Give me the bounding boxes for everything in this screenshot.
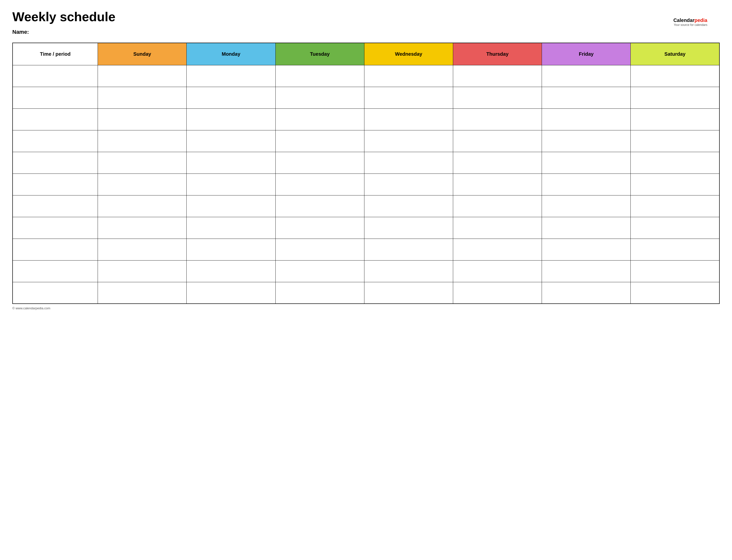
name-label: Name:	[12, 29, 720, 35]
cell-friday-7[interactable]	[542, 217, 631, 239]
cell-monday-5[interactable]	[187, 174, 275, 195]
cell-wednesday-7[interactable]	[364, 217, 453, 239]
cell-sunday-4[interactable]	[98, 152, 187, 174]
cell-sunday-7[interactable]	[98, 217, 187, 239]
cell-wednesday-8[interactable]	[364, 239, 453, 260]
cell-friday-9[interactable]	[542, 260, 631, 282]
logo: Calendarpedia Your source for calendars	[673, 17, 707, 27]
cell-thursday-9[interactable]	[453, 260, 542, 282]
cell-monday-7[interactable]	[187, 217, 275, 239]
cell-sunday-3[interactable]	[98, 130, 187, 152]
cell-friday-4[interactable]	[542, 152, 631, 174]
cell-saturday-4[interactable]	[631, 152, 719, 174]
cell-monday-8[interactable]	[187, 239, 275, 260]
cell-monday-10[interactable]	[187, 282, 275, 304]
cell-saturday-9[interactable]	[631, 260, 719, 282]
cell-wednesday-4[interactable]	[364, 152, 453, 174]
cell-wednesday-5[interactable]	[364, 174, 453, 195]
cell-thursday-10[interactable]	[453, 282, 542, 304]
cell-time-0[interactable]	[13, 65, 98, 87]
cell-thursday-6[interactable]	[453, 195, 542, 217]
cell-saturday-7[interactable]	[631, 217, 719, 239]
col-header-sunday: Sunday	[98, 43, 187, 65]
page-title: Weekly schedule	[12, 10, 720, 24]
cell-saturday-2[interactable]	[631, 108, 719, 130]
cell-tuesday-0[interactable]	[275, 65, 364, 87]
cell-monday-4[interactable]	[187, 152, 275, 174]
cell-tuesday-8[interactable]	[275, 239, 364, 260]
cell-time-9[interactable]	[13, 260, 98, 282]
cell-friday-5[interactable]	[542, 174, 631, 195]
cell-sunday-2[interactable]	[98, 108, 187, 130]
cell-time-8[interactable]	[13, 239, 98, 260]
cell-monday-2[interactable]	[187, 108, 275, 130]
cell-friday-0[interactable]	[542, 65, 631, 87]
table-row	[13, 195, 719, 217]
cell-thursday-7[interactable]	[453, 217, 542, 239]
cell-sunday-8[interactable]	[98, 239, 187, 260]
cell-monday-3[interactable]	[187, 130, 275, 152]
cell-time-1[interactable]	[13, 87, 98, 108]
cell-time-5[interactable]	[13, 174, 98, 195]
cell-wednesday-2[interactable]	[364, 108, 453, 130]
cell-thursday-0[interactable]	[453, 65, 542, 87]
cell-saturday-10[interactable]	[631, 282, 719, 304]
cell-saturday-3[interactable]	[631, 130, 719, 152]
cell-wednesday-0[interactable]	[364, 65, 453, 87]
cell-tuesday-1[interactable]	[275, 87, 364, 108]
cell-tuesday-4[interactable]	[275, 152, 364, 174]
cell-tuesday-9[interactable]	[275, 260, 364, 282]
cell-friday-3[interactable]	[542, 130, 631, 152]
cell-tuesday-3[interactable]	[275, 130, 364, 152]
cell-friday-6[interactable]	[542, 195, 631, 217]
cell-thursday-4[interactable]	[453, 152, 542, 174]
cell-sunday-9[interactable]	[98, 260, 187, 282]
cell-friday-1[interactable]	[542, 87, 631, 108]
cell-thursday-1[interactable]	[453, 87, 542, 108]
cell-saturday-8[interactable]	[631, 239, 719, 260]
cell-friday-2[interactable]	[542, 108, 631, 130]
cell-wednesday-9[interactable]	[364, 260, 453, 282]
cell-time-10[interactable]	[13, 282, 98, 304]
cell-saturday-6[interactable]	[631, 195, 719, 217]
cell-monday-9[interactable]	[187, 260, 275, 282]
cell-monday-1[interactable]	[187, 87, 275, 108]
cell-monday-0[interactable]	[187, 65, 275, 87]
cell-tuesday-6[interactable]	[275, 195, 364, 217]
cell-time-7[interactable]	[13, 217, 98, 239]
cell-tuesday-5[interactable]	[275, 174, 364, 195]
cell-time-4[interactable]	[13, 152, 98, 174]
cell-sunday-10[interactable]	[98, 282, 187, 304]
cell-time-3[interactable]	[13, 130, 98, 152]
cell-thursday-8[interactable]	[453, 239, 542, 260]
cell-tuesday-2[interactable]	[275, 108, 364, 130]
cell-sunday-6[interactable]	[98, 195, 187, 217]
cell-friday-8[interactable]	[542, 239, 631, 260]
cell-friday-10[interactable]	[542, 282, 631, 304]
cell-tuesday-7[interactable]	[275, 217, 364, 239]
cell-tuesday-10[interactable]	[275, 282, 364, 304]
footer-url: © www.calendarpedia.com	[12, 306, 720, 310]
cell-saturday-1[interactable]	[631, 87, 719, 108]
cell-wednesday-6[interactable]	[364, 195, 453, 217]
table-row	[13, 282, 719, 304]
cell-sunday-0[interactable]	[98, 65, 187, 87]
cell-thursday-3[interactable]	[453, 130, 542, 152]
col-header-time: Time / period	[13, 43, 98, 65]
cell-saturday-5[interactable]	[631, 174, 719, 195]
cell-time-6[interactable]	[13, 195, 98, 217]
cell-sunday-5[interactable]	[98, 174, 187, 195]
cell-wednesday-1[interactable]	[364, 87, 453, 108]
cell-thursday-5[interactable]	[453, 174, 542, 195]
cell-monday-6[interactable]	[187, 195, 275, 217]
logo-pedia: pedia	[695, 17, 707, 23]
cell-thursday-2[interactable]	[453, 108, 542, 130]
cell-wednesday-10[interactable]	[364, 282, 453, 304]
col-header-tuesday: Tuesday	[275, 43, 364, 65]
cell-time-2[interactable]	[13, 108, 98, 130]
table-row	[13, 108, 719, 130]
table-row	[13, 65, 719, 87]
cell-saturday-0[interactable]	[631, 65, 719, 87]
cell-wednesday-3[interactable]	[364, 130, 453, 152]
cell-sunday-1[interactable]	[98, 87, 187, 108]
